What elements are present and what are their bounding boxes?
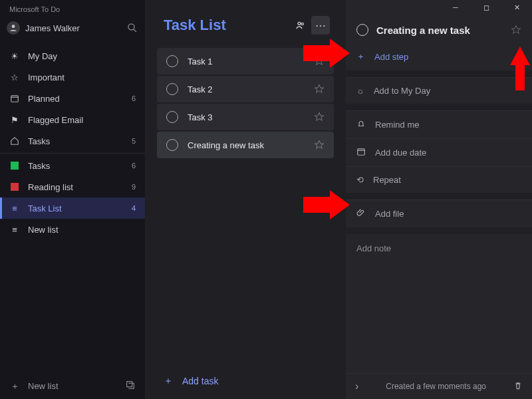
add-task-button[interactable]: ＋ Add task [145,366,346,399]
remind-me[interactable]: Remind me [346,110,532,138]
more-button[interactable]: ⋯ [311,16,330,35]
task-title: Creating a new task [188,140,314,150]
row-label: Add to My Day [374,86,430,96]
details-panel: ─ ◻ ✕ Creating a new task ＋ Add step ☼ A… [346,0,532,399]
task-title: Task 2 [188,84,314,94]
search-icon[interactable] [126,22,138,34]
close-button[interactable]: ✕ [501,0,532,15]
nav-count: 5 [132,137,136,145]
sun-icon: ☀ [9,51,20,61]
created-label: Created a few moments ago [358,382,513,391]
new-list-button[interactable]: ＋ New list [0,373,145,399]
complete-circle[interactable] [166,55,178,67]
delete-icon[interactable] [513,381,523,392]
nav-count: 6 [132,162,136,170]
add-to-my-day[interactable]: ☼ Add to My Day [346,77,532,104]
nav-my-day[interactable]: ☀ My Day [0,45,145,66]
plus-icon: ＋ [9,380,20,392]
nav-label: My Day [28,51,57,61]
svg-line-2 [134,29,136,32]
repeat-icon: ⟲ [356,175,364,185]
add-file[interactable]: Add file [346,200,532,227]
sidebar: Microsoft To Do James Walker ☀ My Day ☆ … [0,0,145,399]
list-item-tasks[interactable]: Tasks 6 [0,155,145,176]
nav-label: Reading list [28,182,73,192]
repeat[interactable]: ⟲ Repeat [346,166,532,193]
app-title: Microsoft To Do [0,0,145,17]
complete-circle[interactable] [166,83,178,95]
complete-circle[interactable] [166,111,178,123]
svg-rect-8 [358,149,365,155]
nav-label: Important [28,72,65,82]
main-pane: Task List ⋯ Task 1 Task 2 Task 3 [145,0,346,399]
star-icon[interactable] [314,84,325,94]
smart-lists: ☀ My Day ☆ Important Planned 6 ⚑ Flagged… [0,39,145,240]
divider [0,153,145,154]
flag-icon: ⚑ [9,114,20,125]
row-label: Add file [375,209,404,219]
nav-tasks[interactable]: Tasks 5 [0,130,145,152]
svg-point-0 [12,25,15,28]
nav-count: 6 [132,94,136,102]
svg-point-1 [128,24,134,30]
detail-header: Creating a new task [346,15,532,43]
nav-label: Planned [28,94,60,104]
nav-flagged[interactable]: ⚑ Flagged Email [0,109,145,130]
row-label: Add due date [375,148,426,158]
list-title: Task List [164,17,226,34]
row-label: Repeat [373,175,401,185]
add-step-label: Add step [374,52,408,62]
add-due-date[interactable]: Add due date [346,138,532,166]
calendar-icon [9,93,20,104]
star-icon[interactable] [314,140,325,150]
list-color-icon [9,182,20,192]
star-icon[interactable] [314,112,325,122]
add-note[interactable]: Add note [346,234,532,294]
nav-important[interactable]: ☆ Important [0,66,145,88]
attachment-icon [356,208,366,219]
task-title: Task 1 [188,57,314,66]
svg-rect-5 [127,382,132,387]
sun-icon: ☼ [356,86,364,96]
task-row[interactable]: Task 3 [157,104,334,130]
complete-circle[interactable] [356,24,368,36]
plus-icon: ＋ [356,51,365,63]
list-icon: ≡ [9,203,20,213]
new-list-label: New list [28,381,59,391]
list-icon: ≡ [9,224,20,235]
nav-label: Tasks [28,136,50,146]
task-row[interactable]: Task 2 [157,76,334,102]
list-item-new-list[interactable]: ≡ New list [0,219,145,240]
star-icon[interactable] [314,56,325,66]
maximize-button[interactable]: ◻ [471,0,501,15]
bell-icon [356,119,366,130]
svg-point-7 [301,23,303,25]
add-step-button[interactable]: ＋ Add step [346,43,532,70]
task-list: Task 1 Task 2 Task 3 Creating a new task [145,40,346,168]
task-row[interactable]: Creating a new task [157,132,334,158]
minimize-button[interactable]: ─ [440,0,471,15]
svg-rect-3 [11,96,19,102]
svg-point-6 [298,22,301,25]
home-icon [9,136,20,146]
nav-label: Flagged Email [28,115,83,125]
nav-label: Tasks [28,161,50,171]
share-button[interactable] [291,16,310,35]
list-item-task-list[interactable]: ≡ Task List 4 [0,198,145,219]
window-controls: ─ ◻ ✕ [346,0,532,15]
list-header: Task List ⋯ [145,0,346,40]
user-name: James Walker [25,23,121,33]
nav-label: New list [28,225,59,235]
new-group-icon[interactable] [125,380,136,392]
task-title: Task 3 [188,112,314,122]
row-label: Remind me [375,120,419,130]
avatar [7,21,20,35]
complete-circle[interactable] [166,139,178,151]
task-row[interactable]: Task 1 [157,48,334,74]
nav-planned[interactable]: Planned 6 [0,88,145,109]
list-item-reading[interactable]: Reading list 9 [0,176,145,198]
plus-icon: ＋ [164,375,173,387]
star-icon[interactable] [511,25,521,35]
user-row[interactable]: James Walker [0,17,145,39]
detail-title[interactable]: Creating a new task [376,25,503,36]
